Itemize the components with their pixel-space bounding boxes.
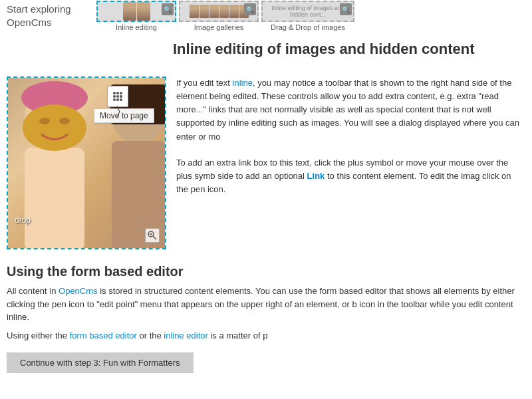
thumb-search-icon-2: 🔍 (244, 3, 256, 15)
zoom-icon[interactable] (145, 228, 160, 243)
opencms-link[interactable]: OpenCms (59, 286, 98, 296)
cursor-icon: 〉 (116, 104, 120, 118)
thumb-search-icon-3: 🔍 (340, 3, 352, 15)
svg-point-18 (120, 98, 122, 101)
thumb-person-sm-2 (200, 5, 209, 18)
svg-point-10 (113, 92, 116, 94)
section1-title: Inline editing of images and hidden cont… (173, 41, 529, 58)
thumb-person-sm-3 (209, 5, 219, 18)
svg-point-3 (23, 104, 86, 151)
svg-line-20 (153, 236, 156, 239)
thumb-person-sm-4 (219, 5, 229, 18)
move-icon (111, 90, 124, 103)
form-editor-link[interactable]: form based editor (70, 331, 137, 340)
thumb-person-2 (137, 2, 150, 21)
link-anchor[interactable]: Link (307, 171, 325, 181)
svg-point-5 (59, 118, 70, 124)
image-area: 〉 Move to page drop (7, 76, 166, 249)
photo-bg (8, 78, 165, 248)
thumb-inline-editing[interactable]: 🔍 Inline editing (96, 1, 176, 31)
brand-line2: OpenCms (7, 16, 71, 29)
thumb-search-icon-1: 🔍 (162, 3, 174, 15)
svg-point-11 (116, 92, 119, 94)
section1-para1: If you edit text inline, you may notice … (176, 76, 525, 144)
move-icon-overlay[interactable]: 〉 Move to page (107, 86, 128, 107)
section2-para2: Using either the form based editor or th… (7, 329, 529, 342)
thumb-image-galleries[interactable]: 🔍 Image galleries (179, 1, 259, 31)
thumb-person-sm-1 (190, 5, 199, 18)
thumb-drag-drop[interactable]: Inline editing of images and hidden cont… (261, 1, 354, 31)
section2-para1: All content in OpenCms is stored in stru… (7, 285, 529, 324)
thumb-img-1[interactable]: 🔍 (96, 1, 176, 22)
thumb-person-1 (123, 2, 136, 21)
thumb-img-2[interactable]: 🔍 (179, 1, 259, 22)
svg-point-17 (116, 98, 119, 101)
thumb-label-1: Inline editing (116, 23, 157, 31)
zoom-svg (148, 231, 157, 240)
thumb-label-2: Image galleries (194, 23, 244, 31)
svg-point-14 (116, 95, 119, 98)
brand: Start exploring OpenCms (7, 3, 71, 29)
thumb-img-3[interactable]: Inline editing of images and hidden cont… (261, 1, 354, 22)
svg-point-4 (39, 118, 50, 124)
svg-rect-2 (25, 148, 84, 248)
text-panel-1: If you edit text inline, you may notice … (176, 76, 525, 197)
move-tooltip: Move to page (94, 108, 154, 123)
inline-link[interactable]: inline (233, 78, 253, 88)
continue-button[interactable]: Continue with step 3: Fun with Formatter… (7, 352, 194, 373)
svg-point-16 (113, 98, 116, 101)
section2-title: Using the form based editor (7, 264, 529, 279)
thumbnails-row: 🔍 Inline editing 🔍 Image galleries Inlin… (96, 0, 532, 37)
thumb-person-sm-5 (229, 5, 239, 18)
thumb-label-3: Drag & Drop of images (271, 23, 345, 31)
svg-point-15 (120, 95, 122, 98)
drag-caption: drop (15, 215, 31, 225)
brand-line1: Start exploring (7, 3, 71, 16)
section1-para2: To add an extra link box to this text, c… (176, 156, 525, 196)
svg-point-13 (113, 95, 116, 98)
svg-point-12 (120, 92, 122, 94)
inline-editor-link[interactable]: inline editor (164, 331, 208, 340)
